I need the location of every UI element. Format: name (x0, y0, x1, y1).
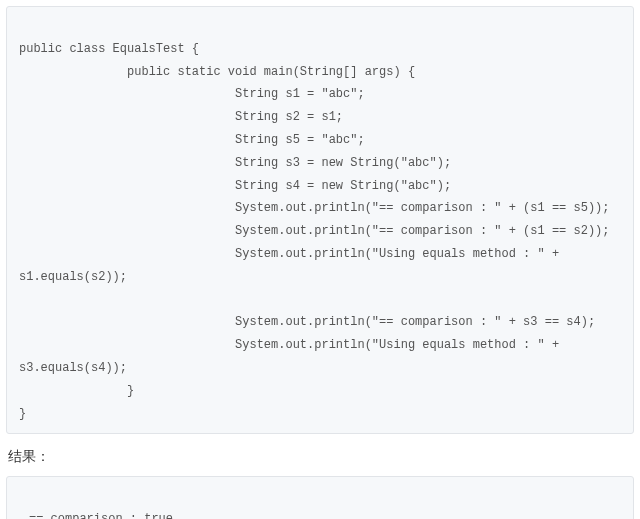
code-line: } (19, 384, 134, 398)
code-line: String s5 = "abc"; (19, 133, 365, 147)
code-line: public class EqualsTest { (19, 42, 199, 56)
code-line: System.out.println("== comparison : " + … (19, 201, 610, 215)
code-line: String s3 = new String("abc"); (19, 156, 451, 170)
code-line: System.out.println("== comparison : " + … (19, 315, 595, 329)
code-block: public class EqualsTest { public static … (6, 6, 634, 434)
code-line: System.out.println("Using equals method … (19, 338, 566, 375)
code-line: String s4 = new String("abc"); (19, 179, 451, 193)
code-line: } (19, 407, 26, 421)
code-line: String s1 = "abc"; (19, 87, 365, 101)
code-line: System.out.println("Using equals method … (19, 247, 566, 284)
code-line: String s2 = s1; (19, 110, 343, 124)
output-line: == comparison : true (29, 512, 173, 519)
code-line: public static void main(String[] args) { (19, 65, 415, 79)
code-line: System.out.println("== comparison : " + … (19, 224, 610, 238)
output-block: == comparison : true == comparison : tru… (6, 476, 634, 519)
result-label: 结果： (8, 448, 632, 466)
